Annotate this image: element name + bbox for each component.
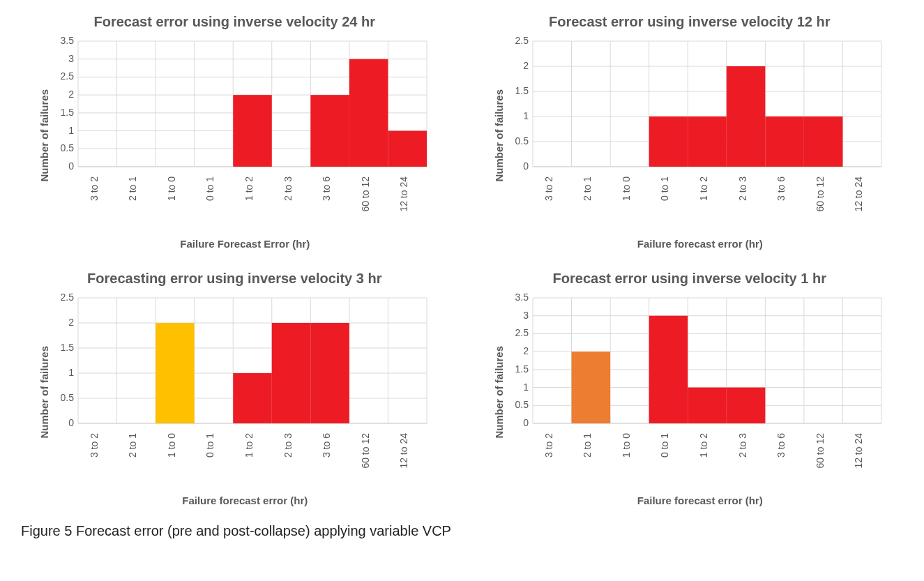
svg-text:1.5: 1.5	[60, 342, 74, 353]
svg-text:2.5: 2.5	[515, 35, 529, 46]
svg-text:3.5: 3.5	[60, 35, 74, 46]
svg-text:60 to 12: 60 to 12	[815, 176, 826, 212]
bar	[349, 59, 388, 167]
svg-text:2 to 1: 2 to 1	[582, 433, 593, 458]
chart-0: Forecast error using inverse velocity 24…	[21, 14, 448, 250]
svg-text:2: 2	[523, 60, 529, 71]
bar	[688, 116, 727, 167]
svg-text:2 to 3: 2 to 3	[737, 433, 748, 458]
svg-text:1.5: 1.5	[60, 107, 74, 118]
figure-caption: Figure 5 Forecast error (pre and post-co…	[21, 523, 903, 539]
chart-svg: 00.511.522.533.53 to 22 to 11 to 00 to 1…	[50, 34, 434, 236]
svg-text:0.5: 0.5	[515, 399, 529, 410]
chart-3: Forecast error using inverse velocity 1 …	[476, 271, 904, 506]
bar	[310, 95, 349, 167]
bar	[649, 116, 688, 167]
svg-text:1 to 0: 1 to 0	[621, 433, 632, 458]
chart-title: Forecasting error using inverse velocity…	[87, 271, 381, 287]
svg-text:3 to 2: 3 to 2	[543, 176, 554, 201]
bar	[233, 373, 272, 423]
svg-text:2 to 3: 2 to 3	[282, 176, 293, 201]
chart-svg: 00.511.522.533.53 to 22 to 11 to 00 to 1…	[505, 291, 888, 493]
bar	[727, 388, 766, 423]
x-axis-label: Failure forecast error (hr)	[182, 495, 308, 506]
svg-text:3 to 2: 3 to 2	[89, 433, 100, 458]
svg-text:0: 0	[523, 160, 529, 172]
svg-text:1 to 2: 1 to 2	[698, 433, 709, 458]
chart-1: Forecast error using inverse velocity 12…	[476, 14, 904, 250]
svg-text:0.5: 0.5	[515, 135, 529, 146]
bar	[804, 116, 843, 167]
svg-text:1 to 2: 1 to 2	[698, 176, 709, 201]
svg-text:0 to 1: 0 to 1	[204, 176, 215, 201]
bar	[388, 131, 427, 167]
svg-text:0 to 1: 0 to 1	[660, 176, 671, 201]
svg-text:0: 0	[523, 417, 529, 428]
bar	[688, 388, 727, 423]
svg-text:0 to 1: 0 to 1	[204, 433, 215, 458]
svg-text:1: 1	[68, 125, 74, 136]
svg-text:12 to 24: 12 to 24	[853, 433, 864, 469]
svg-text:12 to 24: 12 to 24	[398, 433, 409, 469]
svg-text:0.5: 0.5	[60, 392, 74, 403]
svg-text:1.5: 1.5	[515, 85, 529, 96]
svg-text:2: 2	[523, 345, 529, 356]
svg-text:60 to 12: 60 to 12	[815, 433, 826, 469]
svg-text:2.5: 2.5	[60, 292, 74, 303]
y-axis-label: Number of failures	[490, 89, 505, 182]
svg-text:1 to 2: 1 to 2	[243, 176, 255, 201]
y-axis-label: Number of failures	[36, 89, 50, 182]
svg-text:3 to 6: 3 to 6	[775, 176, 787, 201]
svg-text:1: 1	[523, 110, 529, 121]
y-axis-label: Number of failures	[490, 346, 505, 439]
bar	[272, 323, 311, 423]
svg-text:3.5: 3.5	[515, 292, 529, 303]
bar	[156, 323, 195, 423]
svg-text:12 to 24: 12 to 24	[853, 176, 864, 212]
svg-text:2.5: 2.5	[515, 327, 529, 338]
svg-text:12 to 24: 12 to 24	[398, 176, 409, 212]
x-axis-label: Failure forecast error (hr)	[637, 238, 763, 250]
svg-text:2: 2	[68, 317, 74, 328]
chart-title: Forecast error using inverse velocity 1 …	[553, 271, 826, 287]
svg-text:2.5: 2.5	[60, 70, 74, 82]
svg-text:1 to 0: 1 to 0	[621, 176, 632, 201]
bar	[572, 352, 611, 423]
y-axis-label: Number of failures	[36, 346, 50, 439]
svg-text:3: 3	[523, 310, 529, 321]
svg-text:0 to 1: 0 to 1	[660, 433, 671, 458]
chart-grid: Forecast error using inverse velocity 24…	[21, 14, 903, 506]
chart-svg: 00.511.522.53 to 22 to 11 to 00 to 11 to…	[505, 34, 888, 236]
svg-text:0: 0	[68, 417, 74, 428]
svg-text:1: 1	[523, 382, 529, 393]
svg-text:3 to 2: 3 to 2	[543, 433, 554, 458]
svg-text:0.5: 0.5	[60, 142, 74, 153]
svg-text:1.5: 1.5	[515, 363, 529, 375]
svg-text:1 to 0: 1 to 0	[166, 176, 177, 201]
svg-text:2 to 3: 2 to 3	[282, 433, 293, 458]
chart-title: Forecast error using inverse velocity 12…	[549, 14, 831, 30]
svg-text:2 to 1: 2 to 1	[127, 176, 138, 201]
svg-text:1 to 2: 1 to 2	[243, 433, 255, 458]
chart-title: Forecast error using inverse velocity 24…	[93, 14, 375, 30]
svg-text:3 to 2: 3 to 2	[89, 176, 100, 201]
x-axis-label: Failure forecast error (hr)	[637, 495, 763, 506]
svg-text:3: 3	[68, 53, 74, 64]
bar	[727, 66, 766, 167]
svg-text:60 to 12: 60 to 12	[359, 176, 370, 212]
bar	[310, 323, 349, 423]
svg-text:1 to 0: 1 to 0	[166, 433, 177, 458]
bar	[649, 316, 688, 423]
x-axis-label: Failure Forecast Error (hr)	[180, 238, 310, 250]
svg-text:1: 1	[68, 367, 74, 378]
svg-text:3 to 6: 3 to 6	[321, 176, 332, 201]
svg-text:60 to 12: 60 to 12	[359, 433, 370, 469]
svg-text:0: 0	[68, 160, 74, 172]
chart-svg: 00.511.522.53 to 22 to 11 to 00 to 11 to…	[50, 291, 434, 493]
svg-text:3 to 6: 3 to 6	[775, 433, 787, 458]
bar	[766, 116, 805, 167]
svg-text:2 to 1: 2 to 1	[582, 176, 593, 201]
bar	[233, 95, 272, 167]
svg-text:3 to 6: 3 to 6	[321, 433, 332, 458]
svg-text:2 to 1: 2 to 1	[127, 433, 138, 458]
